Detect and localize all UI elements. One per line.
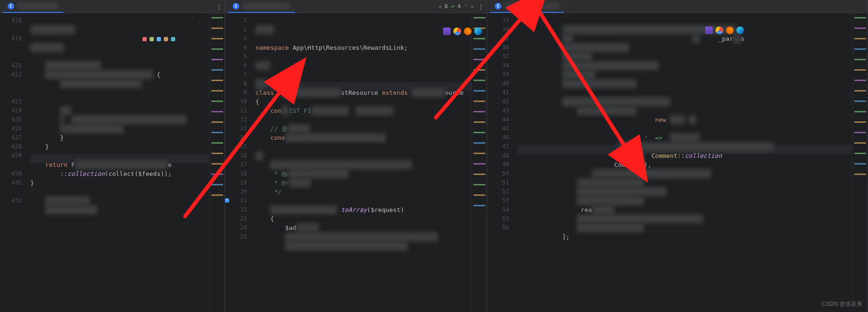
color-palette xyxy=(142,37,175,41)
gutter-center: 1234567891011121314151617181920212223242… xyxy=(225,13,252,312)
file-type-icon: C xyxy=(233,3,239,9)
tab-center[interactable]: C ██████████████ xyxy=(228,0,295,13)
firefox-icon[interactable] xyxy=(464,28,472,35)
browser-icons xyxy=(705,27,744,34)
code-center[interactable]: █████ namespace App\Http\Resources\Rewar… xyxy=(252,13,472,312)
minimap-left[interactable] xyxy=(209,13,225,312)
browser-icons xyxy=(443,28,482,35)
fold-chevron-icon[interactable]: ⌄ xyxy=(198,18,201,23)
file-type-icon: C xyxy=(8,3,14,9)
tabbar-right: C ████████████████ xyxy=(487,0,868,13)
code-left[interactable]: ████████████ █████████ ███████████████ █… xyxy=(27,13,209,312)
editor-left[interactable]: 4184194214224234244254264274284294304314… xyxy=(0,13,225,312)
pane-center: C ██████████████ ⚠8 ✔4 ^ v ⋮ 12345678910… xyxy=(225,0,487,312)
watermark: CSDN @道甚夷 xyxy=(821,300,862,308)
phpstorm-icon[interactable] xyxy=(705,27,713,34)
tab-label: ████████████████ xyxy=(504,3,559,9)
tab-left[interactable]: C ████████████ xyxy=(3,0,63,13)
editor-center[interactable]: 1234567891011121314151617181920212223242… xyxy=(225,13,487,312)
tab-label: ██████████████ xyxy=(242,3,290,9)
app-root: C ████████████ ⋮ ⌄ 418419421422423424425… xyxy=(0,0,868,312)
editor-right[interactable]: 3334353637383940414243444546474849505152… xyxy=(487,13,868,312)
chrome-icon[interactable] xyxy=(716,27,723,34)
gutter-left: 4184194214224234244254264274284294304314… xyxy=(0,13,27,312)
check-icon: ✔ xyxy=(452,3,455,9)
gutter-right: 3334353637383940414243444546474849505152… xyxy=(487,13,514,312)
minimap-right[interactable] xyxy=(852,13,868,312)
tabbar-center: C ██████████████ ⚠8 ✔4 ^ v ⋮ xyxy=(225,0,487,13)
tabbar-left: C ████████████ ⋮ xyxy=(0,0,225,13)
warning-icon: ⚠ xyxy=(439,3,442,9)
minimap-center[interactable] xyxy=(472,13,487,312)
code-right[interactable]: ████████████████████████████████████████… xyxy=(514,13,852,312)
tab-menu-icon[interactable]: ⋮ xyxy=(216,3,222,10)
status-ok[interactable]: ✔4 xyxy=(452,3,461,9)
phpstorm-icon[interactable] xyxy=(443,28,451,35)
edge-icon[interactable] xyxy=(474,28,482,35)
tab-label: ████████████ xyxy=(17,3,58,9)
tab-menu-icon[interactable]: ⋮ xyxy=(478,3,484,10)
tab-right[interactable]: C ████████████████ xyxy=(490,0,564,13)
edge-icon[interactable] xyxy=(736,27,744,34)
file-type-icon: C xyxy=(495,3,501,9)
chrome-icon[interactable] xyxy=(453,28,461,35)
pane-right: C ████████████████ 333435363738394041424… xyxy=(487,0,868,312)
status-warnings[interactable]: ⚠8 xyxy=(439,3,448,9)
firefox-icon[interactable] xyxy=(726,27,734,34)
pane-left: C ████████████ ⋮ ⌄ 418419421422423424425… xyxy=(0,0,225,312)
nav-arrows[interactable]: ^ v xyxy=(464,3,474,9)
